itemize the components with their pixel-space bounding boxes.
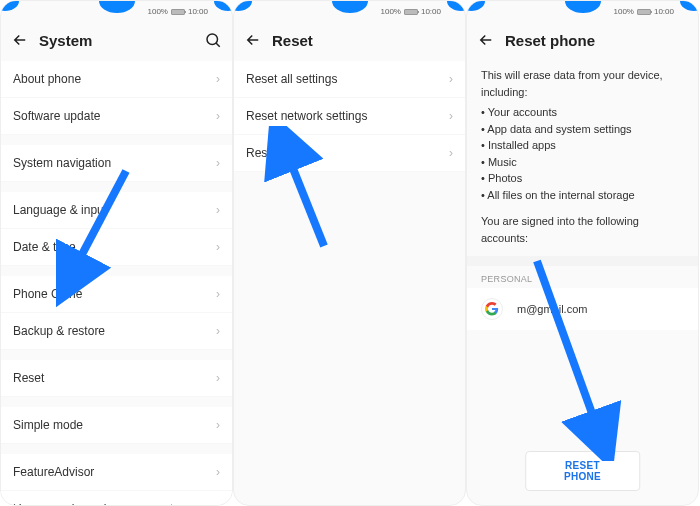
battery-pct: 100% [381,7,401,16]
chevron-right-icon: › [216,287,220,301]
chevron-right-icon: › [216,324,220,338]
search-icon[interactable] [204,31,222,49]
clock: 10:00 [421,7,441,16]
erase-item: Photos [481,170,684,187]
erase-item: Installed apps [481,137,684,154]
row-label: About phone [13,72,81,86]
chevron-right-icon: › [216,371,220,385]
chevron-right-icon: › [216,72,220,86]
chevron-right-icon: › [216,203,220,217]
page-title: Reset phone [505,32,688,49]
erase-list: Your accountsApp data and system setting… [481,104,684,203]
settings-row[interactable]: Reset› [1,360,232,397]
signed-in-text: You are signed into the following accoun… [481,213,684,246]
erase-intro: This will erase data from your device, i… [481,67,684,100]
account-email: m@gmail.com [517,303,587,315]
battery-icon [637,9,651,15]
erase-item: Your accounts [481,104,684,121]
settings-row[interactable]: Reset phone› [234,135,465,172]
chevron-right-icon: › [449,109,453,123]
settings-row[interactable]: About phone› [1,61,232,98]
row-label: Reset all settings [246,72,337,86]
account-row[interactable]: m@gmail.com [467,288,698,330]
settings-row[interactable]: Date & time› [1,229,232,266]
back-icon[interactable] [11,31,29,49]
row-label: Reset phone [246,146,314,160]
page-title: System [39,32,194,49]
settings-row[interactable]: System navigation› [1,145,232,182]
settings-row[interactable]: User experience improvement› [1,491,232,506]
chevron-right-icon: › [216,418,220,432]
row-label: Phone Clone [13,287,82,301]
settings-row[interactable]: Reset all settings› [234,61,465,98]
settings-row[interactable]: Software update› [1,98,232,135]
section-personal: PERSONAL [467,266,698,288]
settings-row[interactable]: Phone Clone› [1,276,232,313]
chevron-right-icon: › [216,465,220,479]
google-logo-icon [481,298,503,320]
row-label: Reset network settings [246,109,367,123]
row-label: Date & time [13,240,76,254]
back-icon[interactable] [244,31,262,49]
row-label: Backup & restore [13,324,105,338]
settings-row[interactable]: Simple mode› [1,407,232,444]
status-bar: 100% 10:00 [381,7,442,16]
settings-row[interactable]: Reset network settings› [234,98,465,135]
battery-pct: 100% [148,7,168,16]
battery-icon [404,9,418,15]
status-bar: 100% 10:00 [614,7,675,16]
row-label: Reset [13,371,44,385]
chevron-right-icon: › [216,240,220,254]
erase-item: All files on the internal storage [481,187,684,204]
erase-item: Music [481,154,684,171]
settings-row[interactable]: Language & input› [1,192,232,229]
chevron-right-icon: › [216,502,220,506]
row-label: User experience improvement [13,502,173,506]
battery-icon [171,9,185,15]
back-icon[interactable] [477,31,495,49]
chevron-right-icon: › [216,156,220,170]
row-label: Simple mode [13,418,83,432]
page-title: Reset [272,32,455,49]
battery-pct: 100% [614,7,634,16]
clock: 10:00 [188,7,208,16]
screen-system: 100% 10:00 System About phone›Software u… [0,0,233,506]
row-label: FeatureAdvisor [13,465,94,479]
reset-phone-button[interactable]: RESET PHONE [525,451,641,491]
row-label: Software update [13,109,100,123]
status-bar: 100% 10:00 [148,7,209,16]
chevron-right-icon: › [449,146,453,160]
settings-row[interactable]: Backup & restore› [1,313,232,350]
chevron-right-icon: › [216,109,220,123]
screen-reset: 100% 10:00 Reset Reset all settings›Rese… [233,0,466,506]
clock: 10:00 [654,7,674,16]
erase-item: App data and system settings [481,121,684,138]
row-label: Language & input [13,203,107,217]
svg-point-0 [207,34,218,45]
chevron-right-icon: › [449,72,453,86]
settings-row[interactable]: FeatureAdvisor› [1,454,232,491]
row-label: System navigation [13,156,111,170]
screen-reset-phone: 100% 10:00 Reset phone This will erase d… [466,0,699,506]
